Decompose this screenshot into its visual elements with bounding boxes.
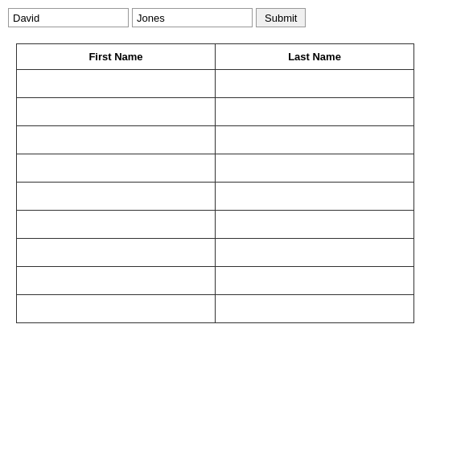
first-name-cell [17, 98, 216, 126]
first-name-cell [17, 126, 216, 154]
first-name-cell [17, 267, 216, 295]
table-row [17, 183, 414, 211]
input-form: Submit [8, 8, 461, 27]
table-header-row: First Name Last Name [17, 44, 414, 70]
last-name-cell [216, 295, 414, 323]
first-name-cell [17, 154, 216, 183]
last-name-cell [216, 126, 414, 154]
first-name-input[interactable] [8, 8, 129, 27]
last-name-cell [216, 154, 414, 183]
last-name-input[interactable] [132, 8, 253, 27]
table-row [17, 295, 414, 323]
last-name-column-header: Last Name [216, 44, 414, 70]
table-row [17, 154, 414, 183]
first-name-column-header: First Name [17, 44, 216, 70]
table-row [17, 126, 414, 154]
last-name-cell [216, 98, 414, 126]
submit-button[interactable]: Submit [256, 8, 306, 27]
first-name-cell [17, 70, 216, 98]
last-name-cell [216, 239, 414, 267]
last-name-cell [216, 183, 414, 211]
table-row [17, 267, 414, 295]
first-name-cell [17, 239, 216, 267]
first-name-cell [17, 211, 216, 239]
last-name-cell [216, 211, 414, 239]
first-name-cell [17, 183, 216, 211]
table-row [17, 70, 414, 98]
last-name-cell [216, 70, 414, 98]
first-name-cell [17, 295, 216, 323]
table-row [17, 239, 414, 267]
table-row [17, 211, 414, 239]
last-name-cell [216, 267, 414, 295]
results-table: First Name Last Name [16, 43, 414, 323]
table-row [17, 98, 414, 126]
